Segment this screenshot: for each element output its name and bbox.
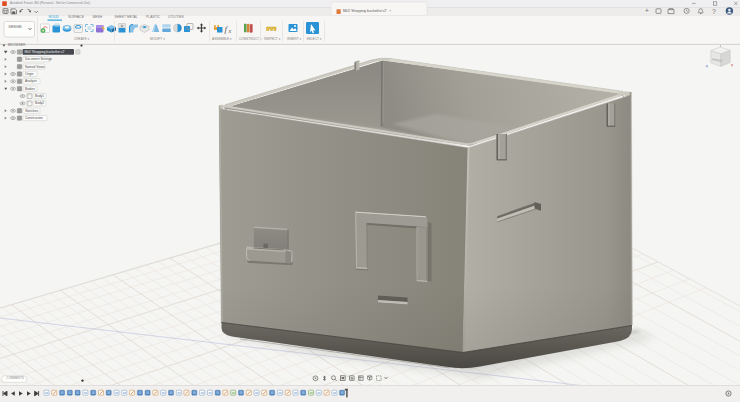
svg-text:Autodesk Fusion 360 (Personal: Autodesk Fusion 360 (Personal - Not for …	[10, 1, 90, 5]
svg-text:COMMENTS: COMMENTS	[7, 376, 25, 380]
svg-text:BROWSER: BROWSER	[8, 43, 26, 47]
svg-text:CREATE ▾: CREATE ▾	[74, 37, 90, 41]
svg-text:×: ×	[731, 63, 734, 68]
svg-text:Construction: Construction	[25, 116, 43, 120]
svg-text:CONSTRUCT ▾: CONSTRUCT ▾	[239, 37, 262, 41]
svg-text:UTILITIES: UTILITIES	[168, 15, 185, 19]
svg-text:SELECT ▾: SELECT ▾	[307, 37, 322, 41]
svg-text:×: ×	[389, 9, 391, 13]
svg-text:?: ?	[712, 8, 716, 15]
svg-text:Mk3 'Shopping bucketlist v2': Mk3 'Shopping bucketlist v2'	[343, 9, 387, 13]
svg-text:MESH: MESH	[93, 15, 103, 19]
svg-text:Sketches: Sketches	[25, 109, 39, 113]
svg-text:Mk3 'Shopping bucketlist v2': Mk3 'Shopping bucketlist v2'	[25, 50, 65, 54]
svg-text:Document Settings: Document Settings	[25, 57, 52, 61]
svg-text:Bodies: Bodies	[25, 87, 35, 91]
svg-text:MODIFY ▾: MODIFY ▾	[150, 37, 165, 41]
svg-text:SOLID: SOLID	[49, 15, 60, 19]
svg-text:PLASTIC: PLASTIC	[146, 15, 161, 19]
svg-text:Named Views: Named Views	[25, 65, 45, 69]
svg-text:INSERT ▾: INSERT ▾	[287, 37, 301, 41]
svg-text:Body1: Body1	[35, 94, 44, 98]
svg-text:x: x	[228, 28, 232, 34]
svg-text:DESIGN: DESIGN	[9, 25, 23, 29]
svg-text:SHEET METAL: SHEET METAL	[115, 15, 138, 19]
svg-text:Analysis: Analysis	[25, 79, 37, 83]
svg-text:INSPECT ▾: INSPECT ▾	[264, 37, 281, 41]
svg-text:Origin: Origin	[25, 72, 34, 76]
svg-text:SURFACE: SURFACE	[68, 15, 85, 19]
svg-text:×: ×	[706, 64, 709, 69]
svg-text:ASSEMBLE ▾: ASSEMBLE ▾	[212, 37, 232, 41]
svg-text:+: +	[645, 7, 649, 14]
svg-text:Body2: Body2	[35, 101, 44, 105]
